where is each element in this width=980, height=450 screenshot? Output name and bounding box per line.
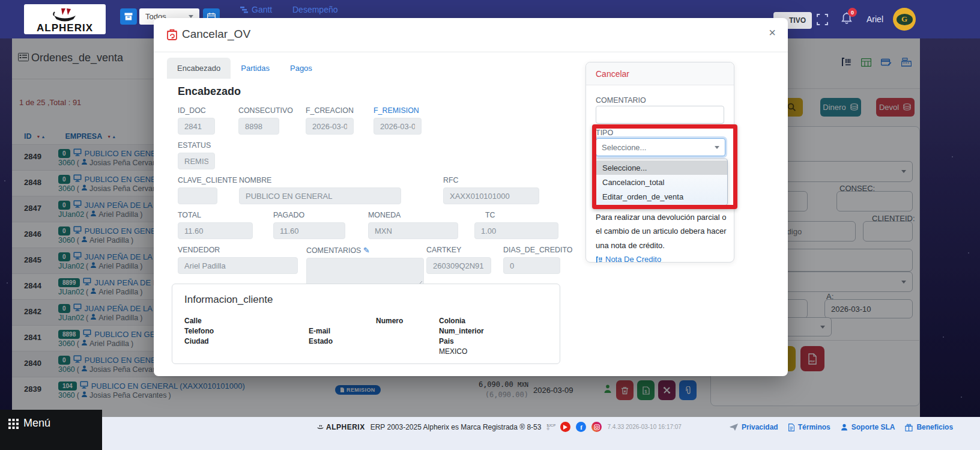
cartkey-label: CARTKEY <box>426 246 491 254</box>
option-cancelacion-total[interactable]: Cancelacion_total <box>595 175 727 189</box>
calle-label: Calle <box>184 317 202 325</box>
footer-version: 7.4.33 2026-03-10 16:17:07 <box>607 424 681 430</box>
credit-note-text: Para realizar una devolución parcial o e… <box>596 210 727 267</box>
avatar-letter: G <box>897 14 913 25</box>
footer-mark: $JCP ® <box>546 424 555 431</box>
option-seleccione[interactable]: Seleccione... <box>595 160 727 175</box>
viking-ship-icon <box>316 424 324 430</box>
comentario-label: COMENTARIO <box>596 96 646 105</box>
clave-cliente-label: CLAVE_CLIENTE <box>178 176 217 184</box>
pais-value: MEXICO <box>439 347 467 356</box>
notification-count-badge: 0 <box>848 8 857 17</box>
cancel-panel-title: Cancelar <box>586 62 734 85</box>
dias-credito-label: DIAS_DE_CREDITO <box>503 246 560 254</box>
total-label: TOTAL <box>178 211 253 219</box>
f-creacion-label: F_CREACION <box>306 106 354 115</box>
email-label: E-mail <box>309 327 330 335</box>
tc-input <box>474 222 558 239</box>
instagram-icon[interactable] <box>591 422 602 432</box>
notifications-bell[interactable]: 0 <box>841 12 853 28</box>
pagado-input <box>273 222 345 239</box>
terminos-link[interactable]: Términos <box>788 423 830 431</box>
telefono-label: Telefono <box>184 327 214 335</box>
vendedor-input <box>178 257 298 274</box>
f-remision-label[interactable]: F_REMISION <box>374 106 422 115</box>
cartkey-input <box>426 257 491 274</box>
consecutivo-input <box>238 118 279 135</box>
menu-grid-icon <box>8 419 19 429</box>
consecutivo-label: CONSECUTIVO <box>238 106 279 115</box>
f-remision-input <box>374 118 422 135</box>
tab-encabezado[interactable]: Encabezado <box>167 58 231 79</box>
privacidad-link[interactable]: Privacidad <box>730 423 778 431</box>
menu-button[interactable]: Menú <box>0 410 102 450</box>
close-icon[interactable]: × <box>769 26 776 38</box>
tab-partidas[interactable]: Partidas <box>231 58 280 79</box>
nav-link-desempeno[interactable]: Desempeño <box>292 5 338 14</box>
tipo-label: TIPO <box>596 129 613 137</box>
paper-plane-icon <box>730 424 738 431</box>
nombre-input <box>239 187 401 204</box>
client-info-card: Informacion_cliente Calle Numero Colonia… <box>172 284 560 364</box>
modal-tabs: Encabezado Partidas Pagos <box>167 58 322 79</box>
ciudad-label: Ciudad <box>184 337 209 345</box>
rfc-input <box>443 187 539 204</box>
total-input <box>178 222 253 239</box>
brand-logo[interactable]: ALPHERIX <box>24 4 106 34</box>
f-creacion-input <box>306 118 354 135</box>
tipo-select[interactable]: Seleccione... <box>596 138 725 156</box>
tc-label: TC <box>474 211 558 219</box>
pagado-label: PAGADO <box>273 211 345 219</box>
tab-pagos[interactable]: Pagos <box>280 58 322 79</box>
viking-ship-icon <box>52 7 78 23</box>
vendedor-label: VENDEDOR <box>178 246 298 254</box>
nota-credito-link[interactable]: Nota De Credito <box>596 252 661 266</box>
numero-label: Numero <box>376 317 403 325</box>
divider <box>154 52 788 52</box>
username[interactable]: Ariel <box>867 14 883 24</box>
id-doc-label: ID_DOC <box>178 106 215 115</box>
soporte-sla-link[interactable]: Soporte SLA <box>841 423 895 431</box>
nav-link-gantt[interactable]: Gantt <box>240 5 272 14</box>
clave-cliente-input <box>178 187 217 204</box>
cancel-panel: Cancelar COMENTARIO TIPO Seleccione... S… <box>585 62 734 263</box>
num-interior-label: Num_interior <box>439 327 484 335</box>
gift-icon <box>905 424 913 431</box>
estatus-input <box>178 153 215 169</box>
footer-rights: ERP 2003-2025 Alpherix es Marca Registra… <box>371 423 542 431</box>
fullscreen-icon[interactable] <box>817 14 828 28</box>
moneda-label: MONEDA <box>368 211 458 219</box>
comentarios-label: COMENTARIOS ✎ <box>306 246 424 255</box>
nombre-label: NOMBRE <box>239 176 401 184</box>
menu-label: Menú <box>23 417 50 430</box>
footer-brand: ALPHERIX <box>316 423 365 431</box>
document-icon <box>788 424 794 431</box>
gantt-icon <box>240 7 248 13</box>
support-agent-icon <box>841 424 848 431</box>
client-info-title: Informacion_cliente <box>184 294 273 306</box>
credit-note-icon <box>596 256 603 263</box>
modal-title: Cancelar_OV <box>167 28 250 41</box>
estatus-label: ESTATUS <box>178 141 215 150</box>
beneficios-link[interactable]: Beneficios <box>905 423 953 431</box>
dias-credito-input <box>503 257 560 274</box>
section-title: Encabezado <box>178 85 574 98</box>
cancel-document-icon <box>167 29 177 40</box>
id-doc-input <box>178 118 215 135</box>
youtube-icon[interactable] <box>560 422 570 432</box>
estado-label: Estado <box>309 337 333 345</box>
brand-name: ALPHERIX <box>37 23 93 33</box>
footer: ALPHERIX ERP 2003-2025 Alpherix es Marca… <box>0 417 980 450</box>
facebook-icon[interactable]: f <box>576 422 586 432</box>
user-avatar[interactable]: G <box>893 8 916 31</box>
encabezado-form: Encabezado ID_DOC CONSECUTIVO F_CREACION… <box>178 85 574 294</box>
pencil-icon[interactable]: ✎ <box>363 246 370 255</box>
inventory-button[interactable] <box>120 8 137 25</box>
rfc-label: RFC <box>443 176 539 184</box>
colonia-label: Colonia <box>439 317 465 325</box>
comentario-input[interactable] <box>596 106 724 124</box>
tipo-dropdown-list: Seleccione... Cancelacion_total Editar_o… <box>594 159 728 205</box>
app-root: Ordenes_de_venta 1 de 25 ,Total : 91 ID … <box>0 0 980 450</box>
option-editar-orden[interactable]: Editar_orden_de_venta <box>595 189 727 204</box>
cancel-order-modal: Cancelar_OV × Encabezado Partidas Pagos … <box>154 18 788 376</box>
